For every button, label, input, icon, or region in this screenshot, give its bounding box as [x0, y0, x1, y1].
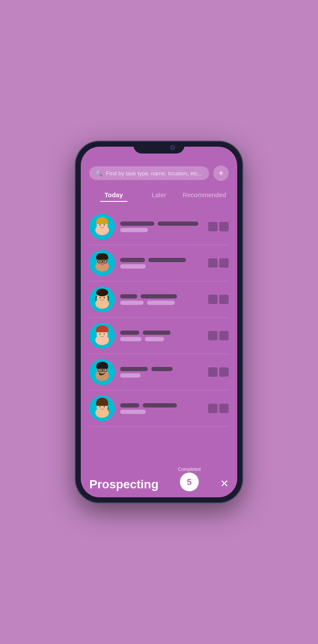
text-bar: [120, 294, 137, 298]
item-content: [120, 294, 203, 305]
phone-frame: 🔍 Find by task type, name, location, etc…: [76, 142, 242, 502]
action-sq[interactable]: [219, 404, 229, 413]
action-sq[interactable]: [219, 331, 229, 340]
action-squares: [208, 404, 229, 413]
list-item[interactable]: [89, 281, 229, 318]
item-actions: [208, 258, 229, 268]
svg-line-16: [107, 261, 108, 261]
text-bar: [158, 222, 198, 226]
sub-bar: [120, 373, 141, 378]
phone-screen: 🔍 Find by task type, name, location, etc…: [81, 147, 237, 497]
text-bar: [143, 403, 177, 408]
list: [89, 209, 229, 454]
item-row2: [120, 301, 203, 305]
item-row2: [120, 337, 203, 341]
notch-camera: [170, 145, 175, 150]
sub-bar: [120, 410, 146, 414]
tab-today[interactable]: Today: [91, 189, 136, 202]
action-squares: [208, 331, 229, 340]
item-row1: [120, 367, 203, 371]
action-sq[interactable]: [219, 367, 229, 377]
svg-point-10: [100, 261, 101, 262]
svg-point-11: [104, 261, 105, 262]
sub-bar: [145, 337, 164, 341]
avatar: [89, 214, 115, 239]
avatar: [89, 250, 115, 276]
list-item[interactable]: [89, 354, 229, 390]
avatar: [89, 323, 115, 349]
item-row1: [120, 222, 203, 226]
item-content: [120, 331, 203, 341]
screen-content: 🔍 Find by task type, name, location, etc…: [81, 147, 237, 462]
text-bar: [120, 367, 148, 371]
list-item[interactable]: [89, 209, 229, 245]
action-sq[interactable]: [208, 367, 218, 377]
list-item[interactable]: [89, 390, 229, 427]
item-row2: [120, 228, 203, 232]
action-sq[interactable]: [208, 404, 218, 413]
svg-point-34: [104, 369, 105, 371]
svg-point-33: [100, 369, 101, 371]
sub-bar: [120, 264, 146, 269]
sub-bar: [120, 337, 141, 341]
action-sq[interactable]: [208, 331, 218, 340]
svg-point-28: [104, 334, 105, 335]
action-squares: [208, 295, 229, 304]
action-squares: [208, 258, 229, 268]
item-content: [120, 367, 203, 378]
text-bar: [148, 258, 186, 262]
bottom-title: Prospecting: [89, 478, 159, 491]
action-squares: [208, 367, 229, 377]
text-bar: [141, 294, 177, 298]
tab-recommended[interactable]: Recommended: [182, 189, 227, 202]
list-item[interactable]: [89, 318, 229, 354]
completed-section: Completed 5: [178, 467, 200, 491]
svg-point-21: [100, 297, 101, 298]
item-row1: [120, 294, 203, 298]
completed-badge[interactable]: 5: [180, 473, 199, 491]
text-bar: [120, 222, 154, 226]
tab-later[interactable]: Later: [136, 189, 182, 202]
sub-bar: [120, 228, 148, 232]
action-sq[interactable]: [208, 295, 218, 304]
action-sq[interactable]: [208, 222, 218, 231]
item-row2: [120, 410, 203, 414]
item-row1: [120, 331, 203, 335]
avatar: [89, 359, 115, 385]
action-squares: [208, 222, 229, 231]
bottom-bar: Prospecting Completed 5 ✕: [81, 462, 237, 497]
item-row2: [120, 373, 203, 378]
completed-label: Completed: [178, 467, 200, 472]
search-bar: 🔍 Find by task type, name, location, etc…: [89, 165, 229, 181]
item-content: [120, 258, 203, 269]
svg-point-43: [104, 406, 105, 408]
item-row1: [120, 403, 203, 408]
item-row1: [120, 258, 203, 262]
svg-line-15: [97, 261, 98, 261]
action-sq[interactable]: [219, 295, 229, 304]
avatar: [89, 396, 115, 421]
svg-point-27: [100, 334, 101, 335]
svg-point-20: [96, 289, 108, 296]
close-button[interactable]: ✕: [220, 478, 229, 491]
sub-bar: [120, 301, 144, 305]
action-sq[interactable]: [219, 258, 229, 268]
item-actions: [208, 295, 229, 304]
text-bar: [120, 331, 139, 335]
avatar: [89, 287, 115, 312]
add-button[interactable]: +: [213, 165, 229, 181]
tabs: Today Later Recommended: [89, 189, 229, 202]
text-bar: [120, 403, 139, 408]
item-row2: [120, 264, 203, 269]
text-bar: [143, 331, 171, 335]
search-input-wrap[interactable]: 🔍 Find by task type, name, location, etc…: [89, 166, 209, 180]
sub-bar: [147, 301, 175, 305]
item-content: [120, 222, 203, 232]
action-sq[interactable]: [208, 258, 218, 268]
item-content: [120, 403, 203, 414]
svg-point-4: [100, 225, 101, 226]
list-item[interactable]: [89, 245, 229, 281]
item-actions: [208, 404, 229, 413]
action-sq[interactable]: [219, 222, 229, 231]
search-placeholder: Find by task type, name, location, etc..…: [106, 170, 202, 177]
